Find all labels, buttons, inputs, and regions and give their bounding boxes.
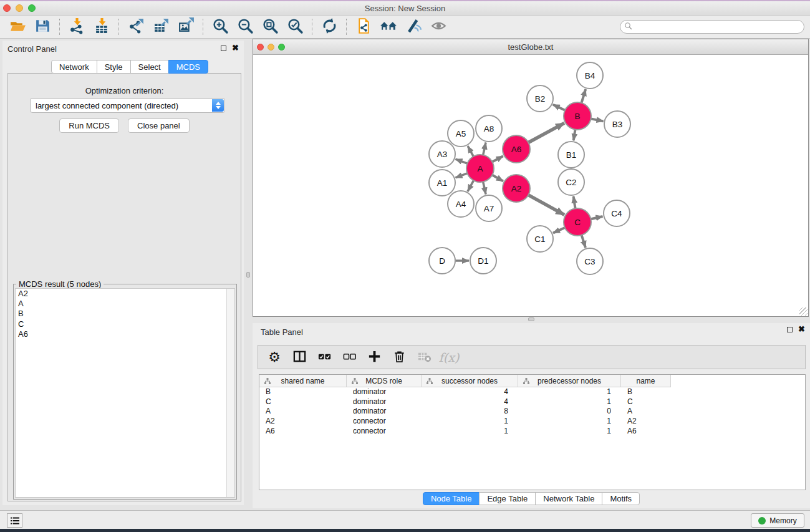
graph-edge-A-A2[interactable] <box>492 175 503 181</box>
graph-edge-C-C1[interactable] <box>553 228 565 233</box>
table-cell[interactable]: B <box>259 387 347 397</box>
zoom-out-button[interactable] <box>233 17 258 36</box>
mcds-result-scrollbar[interactable] <box>226 289 234 497</box>
task-history-button[interactable] <box>7 513 22 528</box>
zoom-in-button[interactable] <box>208 17 233 36</box>
table-cell[interactable]: 1 <box>518 397 621 407</box>
table-row[interactable]: A6connector11A6 <box>259 427 805 437</box>
table-cell[interactable]: 1 <box>518 427 621 437</box>
table-cell[interactable]: C <box>621 397 671 407</box>
network-canvas[interactable]: B4 B2 B B3 A5 A8 A6 A3 B1 A A1 C2 A2 A4 … <box>253 55 808 316</box>
graph-edge-B-B2[interactable] <box>553 105 565 110</box>
graph-edge-A-A1[interactable] <box>456 173 468 178</box>
column-header-shared-name[interactable]: shared name <box>259 375 347 387</box>
zoom-selected-button[interactable] <box>282 17 307 36</box>
tab-motifs[interactable]: Motifs <box>602 492 640 505</box>
tab-style[interactable]: Style <box>97 60 131 74</box>
table-mode-gear-button[interactable]: ⚙ <box>266 349 283 366</box>
open-file-button[interactable] <box>5 17 30 36</box>
vertical-split-grip[interactable] <box>246 272 250 278</box>
tab-network[interactable]: Network <box>51 60 97 74</box>
zoom-fit-button[interactable] <box>258 17 282 36</box>
create-column-button[interactable] <box>365 349 383 366</box>
horizontal-split-grip[interactable] <box>528 317 534 321</box>
table-row[interactable]: A2connector11A2 <box>259 417 805 427</box>
table-cell[interactable]: connector <box>347 417 422 427</box>
column-header-successor-nodes[interactable]: successor nodes <box>422 375 518 387</box>
table-cell[interactable]: 1 <box>422 427 518 437</box>
graph-edge-A-A5[interactable] <box>468 146 473 157</box>
export-network-button[interactable] <box>123 17 148 36</box>
close-panel-icon[interactable]: ✖ <box>232 45 239 51</box>
close-table-panel-icon[interactable]: ✖ <box>798 326 805 332</box>
graph-edge-A-A3[interactable] <box>456 159 468 163</box>
network-window-titlebar[interactable]: testGlobe.txt <box>253 39 808 55</box>
table-cell[interactable]: 4 <box>422 397 518 407</box>
graph-edge-B-B4[interactable] <box>582 89 586 103</box>
table-cell[interactable]: dominator <box>347 387 422 397</box>
deselect-all-rows-button[interactable] <box>340 349 358 366</box>
graph-edge-A2-C[interactable] <box>528 195 564 215</box>
window-resize-grip[interactable] <box>799 307 808 316</box>
table-row[interactable]: Cdominator41C <box>259 397 805 407</box>
graph-edge-A-A8[interactable] <box>483 143 486 155</box>
graph-edge-A-A4[interactable] <box>468 180 474 191</box>
table-row[interactable]: Bdominator41B <box>259 387 805 397</box>
table-cell[interactable]: A6 <box>259 427 347 437</box>
graph-edge-A-A6[interactable] <box>492 156 503 162</box>
table-row[interactable]: Adominator80A <box>259 407 805 417</box>
table-cell[interactable]: B <box>621 387 671 397</box>
export-image-button[interactable] <box>173 17 198 36</box>
float-panel-icon[interactable] <box>221 46 226 51</box>
mcds-result-item[interactable]: C <box>16 319 234 329</box>
tab-edge-table[interactable]: Edge Table <box>479 492 536 505</box>
delete-columns-button[interactable] <box>390 349 408 366</box>
float-table-panel-icon[interactable] <box>787 327 793 332</box>
graph-edge-A-A7[interactable] <box>483 182 486 195</box>
tab-mcds[interactable]: MCDS <box>168 60 208 74</box>
graph-edge-C-C4[interactable] <box>591 216 603 219</box>
mcds-result-item[interactable]: A6 <box>16 329 234 339</box>
graph-edge-C-C2[interactable] <box>574 196 576 209</box>
table-cell[interactable]: A6 <box>621 427 671 437</box>
mcds-result-item[interactable]: B <box>16 309 234 319</box>
table-cell[interactable]: 4 <box>422 387 518 397</box>
criterion-select[interactable]: largest connected component (directed) <box>30 98 225 113</box>
search-box[interactable] <box>620 20 804 34</box>
mcds-result-item[interactable]: A2 <box>16 289 234 299</box>
run-mcds-button[interactable]: Run MCDS <box>59 118 119 133</box>
graph-edge-A6-B[interactable] <box>528 123 564 142</box>
table-cell[interactable]: 1 <box>422 417 518 427</box>
table-cell[interactable]: A <box>259 407 347 417</box>
home-view-button[interactable] <box>376 17 401 36</box>
table-cell[interactable]: 0 <box>518 407 621 417</box>
table-cell[interactable]: 1 <box>518 417 621 427</box>
table-cell[interactable]: A2 <box>621 417 671 427</box>
column-header-predecessor-nodes[interactable]: predecessor nodes <box>518 375 621 387</box>
import-network-button[interactable] <box>64 17 89 36</box>
table-cell[interactable]: 1 <box>518 387 621 397</box>
mcds-result-item[interactable]: A <box>16 299 234 309</box>
import-table-button[interactable] <box>89 17 114 36</box>
graph-edge-C-C3[interactable] <box>582 235 586 248</box>
graph-edge-B-B3[interactable] <box>591 118 604 121</box>
tab-select[interactable]: Select <box>130 60 169 74</box>
table-cell[interactable]: A2 <box>259 417 347 427</box>
tab-network-table[interactable]: Network Table <box>535 492 602 505</box>
table-cell[interactable]: C <box>259 397 347 407</box>
export-table-button[interactable] <box>148 17 173 36</box>
tab-node-table[interactable]: Node Table <box>423 492 480 505</box>
table-cell[interactable]: dominator <box>347 397 422 407</box>
table-cell[interactable]: 8 <box>422 407 518 417</box>
column-header-name[interactable]: name <box>621 375 671 387</box>
save-session-button[interactable] <box>30 17 55 36</box>
close-panel-button[interactable]: Close panel <box>128 118 190 133</box>
memory-button[interactable]: Memory <box>751 513 804 528</box>
graph-edge-B-B1[interactable] <box>574 130 576 141</box>
table-cell[interactable]: A <box>621 407 671 417</box>
network-file-button[interactable] <box>351 17 376 36</box>
graphics-details-button[interactable] <box>401 17 426 36</box>
refresh-layout-button[interactable] <box>317 17 342 36</box>
show-hide-details-button[interactable] <box>426 17 451 36</box>
mcds-result-list[interactable]: A2ABCA6 <box>15 288 235 498</box>
